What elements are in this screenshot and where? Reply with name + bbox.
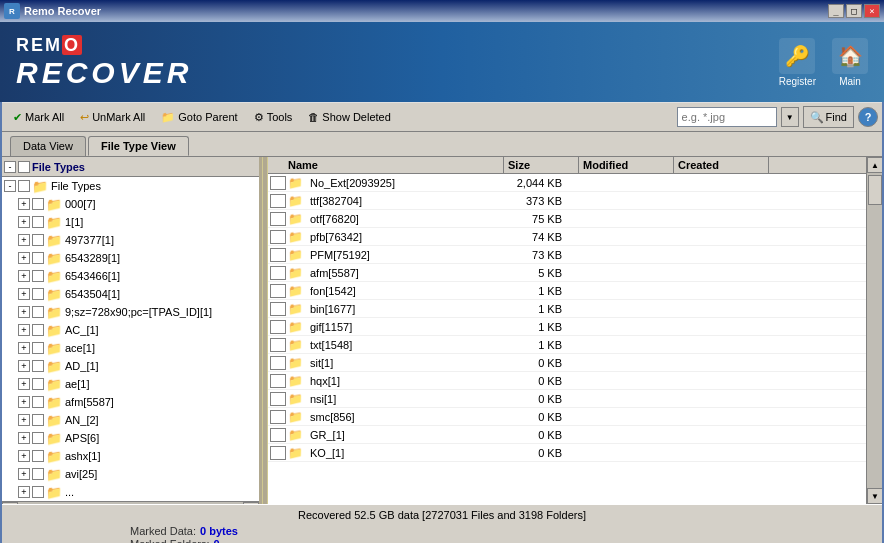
tree-item[interactable]: +📁afm[5587] bbox=[2, 393, 259, 411]
tree-checkbox[interactable] bbox=[32, 270, 44, 282]
help-button[interactable]: ? bbox=[858, 107, 878, 127]
tree-expand-btn[interactable]: + bbox=[18, 252, 30, 264]
file-row[interactable]: 📁afm[5587]5 KB bbox=[268, 264, 866, 282]
main-button[interactable]: 🏠 Main bbox=[832, 38, 868, 87]
col-header-created[interactable]: Created bbox=[674, 157, 769, 173]
tree-expand-btn[interactable]: + bbox=[18, 306, 30, 318]
unmark-all-button[interactable]: ↩ UnMark All bbox=[73, 105, 152, 129]
tree-item[interactable]: +📁APS[6] bbox=[2, 429, 259, 447]
tree-checkbox[interactable] bbox=[32, 342, 44, 354]
file-row[interactable]: 📁KO_[1]0 KB bbox=[268, 444, 866, 462]
tree-checkbox[interactable] bbox=[32, 216, 44, 228]
file-checkbox[interactable] bbox=[270, 446, 286, 460]
file-row[interactable]: 📁nsi[1]0 KB bbox=[268, 390, 866, 408]
file-row[interactable]: 📁PFM[75192]73 KB bbox=[268, 246, 866, 264]
tree-item[interactable]: +📁AC_[1] bbox=[2, 321, 259, 339]
tree-checkbox[interactable] bbox=[32, 486, 44, 498]
tree-checkbox[interactable] bbox=[32, 360, 44, 372]
register-button[interactable]: 🔑 Register bbox=[779, 38, 816, 87]
tree-checkbox[interactable] bbox=[32, 198, 44, 210]
tree-checkbox[interactable] bbox=[32, 288, 44, 300]
col-header-modified[interactable]: Modified bbox=[579, 157, 674, 173]
tree-checkbox[interactable] bbox=[32, 306, 44, 318]
file-row[interactable]: 📁No_Ext[2093925]2,044 KB bbox=[268, 174, 866, 192]
minimize-button[interactable]: _ bbox=[828, 4, 844, 18]
mark-all-button[interactable]: ✔ Mark All bbox=[6, 105, 71, 129]
scroll-thumb[interactable] bbox=[868, 175, 882, 205]
tree-expand-btn[interactable]: + bbox=[18, 486, 30, 498]
tree-checkbox[interactable] bbox=[18, 180, 30, 192]
tree-expand-btn[interactable]: + bbox=[18, 450, 30, 462]
tree-item[interactable]: +📁ace[1] bbox=[2, 339, 259, 357]
file-row[interactable]: 📁bin[1677]1 KB bbox=[268, 300, 866, 318]
file-row[interactable]: 📁txt[1548]1 KB bbox=[268, 336, 866, 354]
tree-expand-btn[interactable]: + bbox=[18, 414, 30, 426]
tree-expand-btn[interactable]: - bbox=[4, 180, 16, 192]
scroll-down-btn[interactable]: ▼ bbox=[867, 488, 882, 504]
file-checkbox[interactable] bbox=[270, 428, 286, 442]
file-checkbox[interactable] bbox=[270, 212, 286, 226]
file-checkbox[interactable] bbox=[270, 320, 286, 334]
search-dropdown-arrow[interactable]: ▼ bbox=[781, 107, 799, 127]
tree-checkbox[interactable] bbox=[32, 252, 44, 264]
goto-parent-button[interactable]: 📁 Goto Parent bbox=[154, 105, 244, 129]
tree-item[interactable]: +📁000[7] bbox=[2, 195, 259, 213]
file-row[interactable]: 📁sit[1]0 KB bbox=[268, 354, 866, 372]
search-input[interactable] bbox=[677, 107, 777, 127]
file-checkbox[interactable] bbox=[270, 176, 286, 190]
tree-expand-btn[interactable]: + bbox=[18, 378, 30, 390]
tab-data-view[interactable]: Data View bbox=[10, 136, 86, 156]
tree-expand-btn[interactable]: + bbox=[18, 468, 30, 480]
file-checkbox[interactable] bbox=[270, 338, 286, 352]
show-deleted-button[interactable]: 🗑 Show Deleted bbox=[301, 105, 398, 129]
file-row[interactable]: 📁ttf[382704]373 KB bbox=[268, 192, 866, 210]
file-row[interactable]: 📁otf[76820]75 KB bbox=[268, 210, 866, 228]
col-header-size[interactable]: Size bbox=[504, 157, 579, 173]
tree-expand-btn[interactable]: + bbox=[18, 288, 30, 300]
file-checkbox[interactable] bbox=[270, 302, 286, 316]
tree-checkbox[interactable] bbox=[32, 432, 44, 444]
tree-item[interactable]: +📁avi[25] bbox=[2, 465, 259, 483]
tree-expand-btn[interactable]: + bbox=[18, 360, 30, 372]
tree-item[interactable]: +📁9;sz=728x90;pc=[TPAS_ID][1] bbox=[2, 303, 259, 321]
tab-file-type-view[interactable]: File Type View bbox=[88, 136, 189, 156]
tree-checkbox[interactable] bbox=[32, 450, 44, 462]
file-checkbox[interactable] bbox=[270, 374, 286, 388]
tree-item[interactable]: +📁6543466[1] bbox=[2, 267, 259, 285]
tree-item[interactable]: +📁6543289[1] bbox=[2, 249, 259, 267]
scroll-up-btn[interactable]: ▲ bbox=[867, 157, 882, 173]
tree-checkbox[interactable] bbox=[32, 396, 44, 408]
close-button[interactable]: × bbox=[864, 4, 880, 18]
tree-expand-btn[interactable]: + bbox=[18, 198, 30, 210]
file-checkbox[interactable] bbox=[270, 194, 286, 208]
tree-checkbox[interactable] bbox=[32, 468, 44, 480]
tree-expand-btn[interactable]: + bbox=[18, 432, 30, 444]
tree-item[interactable]: -📁File Types bbox=[2, 177, 259, 195]
tree-item[interactable]: +📁6543504[1] bbox=[2, 285, 259, 303]
tree-expand-btn[interactable]: + bbox=[18, 234, 30, 246]
tree-checkbox[interactable] bbox=[32, 414, 44, 426]
tree-checkbox[interactable] bbox=[32, 378, 44, 390]
file-checkbox[interactable] bbox=[270, 410, 286, 424]
tree-item[interactable]: +📁AN_[2] bbox=[2, 411, 259, 429]
tree-checkbox[interactable] bbox=[32, 324, 44, 336]
tree-checkbox[interactable] bbox=[32, 234, 44, 246]
col-header-name[interactable]: Name bbox=[284, 157, 504, 173]
file-row[interactable]: 📁GR_[1]0 KB bbox=[268, 426, 866, 444]
tree-expand-btn[interactable]: + bbox=[18, 342, 30, 354]
file-checkbox[interactable] bbox=[270, 230, 286, 244]
file-row[interactable]: 📁fon[1542]1 KB bbox=[268, 282, 866, 300]
file-row[interactable]: 📁smc[856]0 KB bbox=[268, 408, 866, 426]
file-checkbox[interactable] bbox=[270, 284, 286, 298]
file-row[interactable]: 📁hqx[1]0 KB bbox=[268, 372, 866, 390]
find-button[interactable]: 🔍 Find bbox=[803, 106, 854, 128]
maximize-button[interactable]: □ bbox=[846, 4, 862, 18]
file-checkbox[interactable] bbox=[270, 266, 286, 280]
tree-expand-btn[interactable]: + bbox=[18, 216, 30, 228]
tree-item[interactable]: +📁... bbox=[2, 483, 259, 501]
file-checkbox[interactable] bbox=[270, 392, 286, 406]
tree-item[interactable]: +📁ashx[1] bbox=[2, 447, 259, 465]
tree-item[interactable]: +📁497377[1] bbox=[2, 231, 259, 249]
tree-item[interactable]: +📁ae[1] bbox=[2, 375, 259, 393]
root-checkbox[interactable] bbox=[18, 161, 30, 173]
